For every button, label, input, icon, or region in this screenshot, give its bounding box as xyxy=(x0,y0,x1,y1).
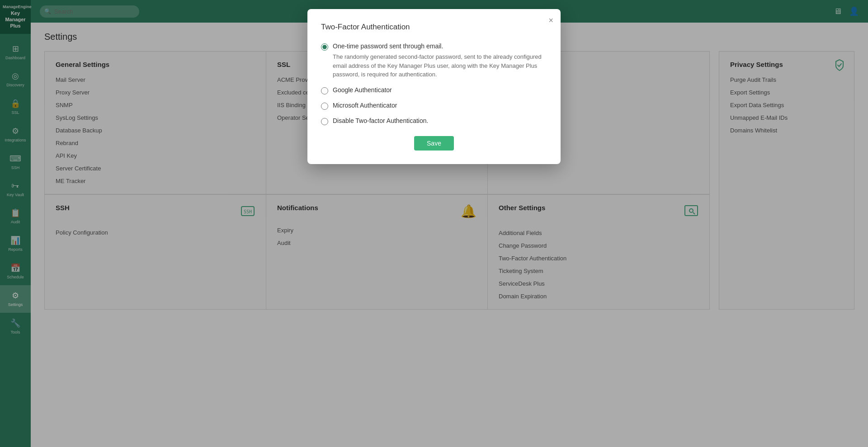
radio-input-microsoft-auth[interactable] xyxy=(321,103,328,110)
radio-option-google-auth: Google Authenticator xyxy=(321,86,547,94)
modal-close-button[interactable]: × xyxy=(548,16,553,24)
radio-group: One-time password sent through email. Th… xyxy=(321,42,547,125)
two-factor-auth-modal: Two-Factor Authentication × One-time pas… xyxy=(307,9,561,164)
radio-text-disable: Disable Two-factor Authentication. xyxy=(333,117,428,124)
radio-label-google-auth[interactable]: Google Authenticator xyxy=(321,86,547,94)
radio-text-google-auth: Google Authenticator xyxy=(333,86,392,94)
modal-title: Two-Factor Authentication xyxy=(321,23,547,32)
radio-option-otp-email: One-time password sent through email. Th… xyxy=(321,42,547,79)
modal-footer: Save xyxy=(321,136,547,151)
modal-overlay[interactable]: Two-Factor Authentication × One-time pas… xyxy=(0,0,868,447)
radio-input-otp-email[interactable] xyxy=(321,43,328,51)
radio-label-disable[interactable]: Disable Two-factor Authentication. xyxy=(321,117,547,125)
radio-input-disable[interactable] xyxy=(321,118,328,125)
save-button[interactable]: Save xyxy=(414,136,454,151)
radio-option-microsoft-auth: Microsoft Authenticator xyxy=(321,102,547,110)
radio-input-google-auth[interactable] xyxy=(321,87,328,94)
radio-text-microsoft-auth: Microsoft Authenticator xyxy=(333,102,397,109)
radio-label-otp-email[interactable]: One-time password sent through email. xyxy=(321,42,547,51)
radio-option-disable: Disable Two-factor Authentication. xyxy=(321,117,547,125)
radio-description-otp-email: The randomly generated second-factor pas… xyxy=(321,52,547,79)
radio-text-otp-email: One-time password sent through email. xyxy=(333,42,443,50)
radio-label-microsoft-auth[interactable]: Microsoft Authenticator xyxy=(321,102,547,110)
